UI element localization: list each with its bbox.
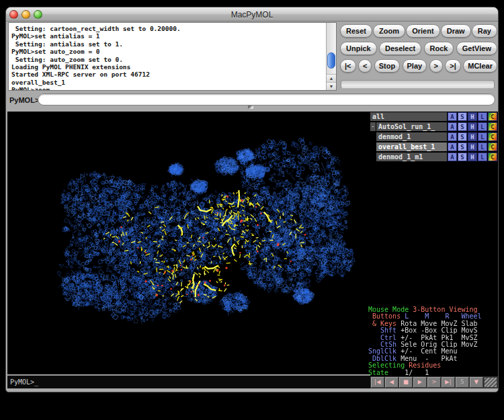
screenshot-stage: MacPyMOL Setting: cartoon_rect_width set… xyxy=(0,0,504,420)
color-menu-button[interactable]: C xyxy=(488,142,497,151)
console-scrollbar[interactable]: ▲ ▼ xyxy=(326,23,336,90)
object-label-overall-best[interactable]: overall_best_1 xyxy=(376,142,447,151)
object-row-overall-best: overall_best_1 A S H L C xyxy=(376,142,498,151)
show-menu-button[interactable]: S xyxy=(458,112,467,121)
hide-menu-button[interactable]: H xyxy=(468,153,477,161)
movie-frame-slider[interactable] xyxy=(341,80,495,89)
vcr-back-icon[interactable]: ◀ xyxy=(385,377,398,388)
collapse-toggle-icon[interactable]: - xyxy=(370,122,376,131)
object-row-autosol: - AutoSol_run_1_ A S H L C xyxy=(370,122,498,131)
show-menu-button[interactable]: S xyxy=(458,122,467,131)
label-menu-button[interactable]: L xyxy=(478,122,487,131)
hide-menu-button[interactable]: H xyxy=(468,142,477,151)
action-menu-button[interactable]: A xyxy=(448,122,457,131)
vcr-play-icon[interactable]: ▶ xyxy=(413,377,427,388)
object-list: all A S H L C - AutoSol_run_1_ A S H L C… xyxy=(370,112,498,163)
mouse-mode-panel: Mouse Mode 3-Button Viewing Buttons L M … xyxy=(368,306,498,376)
object-row-all: all A S H L C xyxy=(370,112,498,121)
label-menu-button[interactable]: L xyxy=(478,142,487,151)
vcr-down-icon[interactable]: ▼ xyxy=(470,377,483,388)
command-input[interactable] xyxy=(38,93,495,106)
ray-button[interactable]: Ray xyxy=(472,24,497,38)
viewport-command-line[interactable]: PyMOL>_ xyxy=(7,376,370,388)
label-menu-button[interactable]: L xyxy=(478,132,487,141)
movie-play-button[interactable]: Play xyxy=(403,59,427,73)
action-menu-button[interactable]: A xyxy=(448,132,457,141)
draw-button[interactable]: Draw xyxy=(441,24,471,38)
color-menu-button[interactable]: C xyxy=(488,153,497,161)
sash-grip[interactable] xyxy=(248,106,253,109)
toolbar-row-3: |< < Stop Play > >| MClear xyxy=(340,59,497,73)
zoom-button-cmd[interactable]: Zoom xyxy=(373,24,405,38)
orient-button[interactable]: Orient xyxy=(406,24,439,38)
resize-grip[interactable] xyxy=(484,377,497,388)
unpick-button[interactable]: Unpick xyxy=(340,42,377,55)
movie-forward-button[interactable]: > xyxy=(429,59,443,73)
object-label-autosol[interactable]: AutoSol_run_1_ xyxy=(376,122,447,131)
action-menu-button[interactable]: A xyxy=(448,142,457,151)
toolbar-row-1: Reset Zoom Orient Draw Ray xyxy=(340,24,497,38)
object-row-denmod1m1: denmod_1_m1 A S H L C xyxy=(376,153,498,161)
label-menu-button[interactable]: L xyxy=(478,153,487,161)
scrollbar-thumb[interactable] xyxy=(327,52,335,69)
vcr-s-button[interactable]: S xyxy=(456,377,469,388)
show-menu-button[interactable]: S xyxy=(458,132,467,141)
object-label-denmod1[interactable]: denmod_1 xyxy=(376,132,447,141)
movie-stop-button[interactable]: Stop xyxy=(374,59,400,73)
state-line: State 1/ 1 xyxy=(368,370,498,376)
mclear-button[interactable]: MClear xyxy=(463,59,497,73)
object-label-all[interactable]: all xyxy=(370,112,447,121)
vcr-last-icon[interactable]: ▶| xyxy=(442,377,455,388)
hide-menu-button[interactable]: H xyxy=(468,122,477,131)
output-console: Setting: cartoon_rect_width set to 0.200… xyxy=(8,22,337,91)
vcr-forward-icon[interactable]: > xyxy=(427,377,441,388)
deselect-button[interactable]: Deselect xyxy=(379,42,421,55)
toolbar-row-2: Unpick Deselect Rock GetView xyxy=(340,42,497,55)
label-menu-button[interactable]: L xyxy=(478,112,487,121)
getview-button[interactable]: GetView xyxy=(456,42,497,55)
action-menu-button[interactable]: A xyxy=(448,153,457,161)
color-menu-button[interactable]: C xyxy=(488,112,497,121)
reset-button[interactable]: Reset xyxy=(340,24,372,38)
object-row-denmod1: denmod_1 A S H L C xyxy=(376,132,498,141)
vcr-stop-icon[interactable]: ■ xyxy=(399,377,413,388)
window-title: MacPyMOL xyxy=(5,10,499,19)
show-menu-button[interactable]: S xyxy=(458,142,467,151)
action-menu-button[interactable]: A xyxy=(448,112,457,121)
movie-last-button[interactable]: >| xyxy=(445,59,461,73)
color-menu-button[interactable]: C xyxy=(488,132,497,141)
show-menu-button[interactable]: S xyxy=(458,153,467,161)
hide-menu-button[interactable]: H xyxy=(468,112,477,121)
pymol-prompt-label: PyMOL> xyxy=(9,96,39,104)
movie-first-button[interactable]: |< xyxy=(340,59,356,73)
console-text: Setting: cartoon_rect_width set to 0.200… xyxy=(9,23,336,91)
3d-viewport[interactable] xyxy=(7,112,370,374)
rock-button[interactable]: Rock xyxy=(424,42,454,55)
object-label-denmod1m1[interactable]: denmod_1_m1 xyxy=(376,153,447,161)
scroll-down-icon[interactable]: ▼ xyxy=(327,82,336,91)
vcr-first-icon[interactable]: |◀ xyxy=(371,377,384,388)
color-menu-button[interactable]: C xyxy=(488,122,497,131)
movie-back-button[interactable]: < xyxy=(358,59,372,73)
movie-vcr-controls: |◀ ◀ ■ ▶ > ▶| S ▼ xyxy=(370,376,498,388)
hide-menu-button[interactable]: H xyxy=(468,132,477,141)
